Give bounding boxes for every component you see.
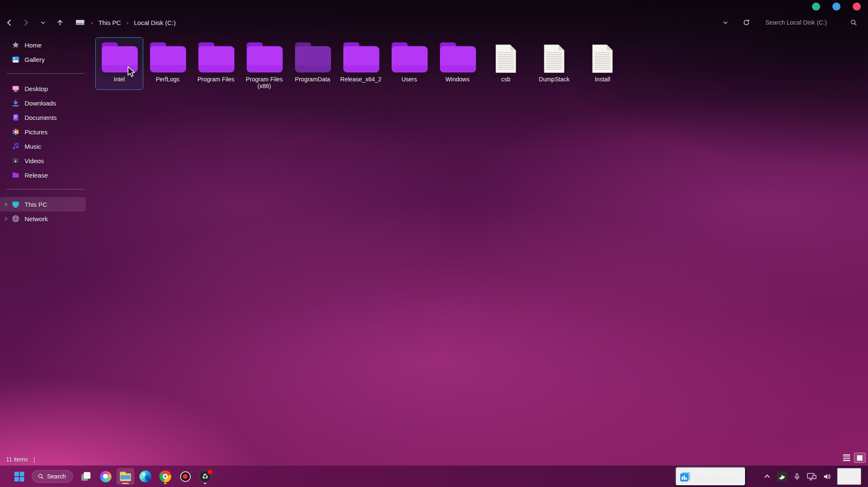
details-view-button[interactable] xyxy=(841,453,852,463)
sidebar-item-downloads[interactable]: Downloads xyxy=(0,96,86,110)
file-item-users[interactable]: Users xyxy=(385,37,433,90)
chrome-icon xyxy=(159,470,171,482)
large-icons-view-button[interactable] xyxy=(854,453,865,463)
folder-small-icon xyxy=(12,171,20,179)
display-cast-icon xyxy=(807,473,817,481)
system-tray xyxy=(764,471,831,481)
widget-subtitle: Social Security la... xyxy=(695,476,742,483)
file-item-dumpstack[interactable]: DumpStack xyxy=(530,37,578,90)
speaker-icon xyxy=(823,473,831,480)
display-cast-tray-button[interactable] xyxy=(807,473,817,481)
file-item-label: Users xyxy=(387,76,431,83)
chevron-down-icon xyxy=(723,20,728,25)
taskbar-file-explorer-button[interactable] xyxy=(117,468,134,485)
file-icon xyxy=(542,40,566,74)
status-separator: | xyxy=(33,456,35,463)
copilot-icon xyxy=(100,471,111,482)
sidebar-item-gallery[interactable]: Gallery xyxy=(0,52,86,67)
taskbar-search[interactable]: Search xyxy=(32,470,73,483)
sidebar-item-home[interactable]: Home xyxy=(0,38,86,52)
file-item-label: Install xyxy=(581,76,625,83)
search-icon xyxy=(38,473,44,479)
up-arrow-icon xyxy=(56,19,64,26)
folder-icon xyxy=(197,40,236,74)
search-input[interactable] xyxy=(765,19,850,26)
videos-icon xyxy=(12,157,20,164)
file-item-label: Program Files (x86) xyxy=(242,76,287,89)
file-item-install[interactable]: Install xyxy=(579,37,626,90)
chevron-right-icon[interactable] xyxy=(4,202,9,206)
file-item-program-files[interactable]: Program Files xyxy=(192,37,240,90)
file-item-label: Windows xyxy=(436,76,480,83)
breadcrumb-chevron-icon: › xyxy=(86,19,97,26)
view-toggles xyxy=(841,453,865,463)
sidebar-item-music[interactable]: Music xyxy=(0,139,86,153)
status-bar: 11 items | xyxy=(6,454,35,465)
breadcrumb: › This PC › Local Disk (C:) xyxy=(75,18,176,28)
sidebar-item-label: Home xyxy=(25,42,42,49)
sidebar-item-release[interactable]: Release xyxy=(0,168,86,182)
sidebar-item-label: Desktop xyxy=(25,85,48,92)
breadcrumb-this-pc[interactable]: This PC xyxy=(97,18,122,28)
window-control-blue[interactable] xyxy=(832,3,840,11)
forward-button[interactable] xyxy=(19,16,33,29)
refresh-button[interactable] xyxy=(739,16,754,29)
start-button[interactable] xyxy=(10,468,28,485)
search-icon xyxy=(850,19,857,26)
obs-recording-badge xyxy=(208,470,212,474)
recorder-icon xyxy=(180,471,191,482)
file-item-program-files-x86[interactable]: Program Files (x86) xyxy=(240,37,288,90)
sidebar-item-network[interactable]: Network xyxy=(0,211,86,226)
address-dropdown-button[interactable] xyxy=(718,16,732,29)
folder-icon xyxy=(293,40,332,74)
clock[interactable]: 8:30 PM 3/1/2025 xyxy=(837,468,861,484)
widgets-button[interactable]: Finance headline Social Security la... xyxy=(675,467,746,486)
taskbar-edge-button[interactable] xyxy=(136,468,154,485)
taskbar-chrome-button[interactable] xyxy=(156,468,174,485)
window-control-red[interactable] xyxy=(853,3,861,11)
file-item-csb[interactable]: csb xyxy=(482,37,530,90)
breadcrumb-local-disk[interactable]: Local Disk (C:) xyxy=(133,18,176,28)
file-item-label: DumpStack xyxy=(532,76,576,83)
sidebar-item-desktop[interactable]: Desktop xyxy=(0,81,86,96)
back-button[interactable] xyxy=(2,16,16,29)
file-item-label: Release_x64_2 xyxy=(339,76,383,83)
file-item-intel[interactable]: Intel xyxy=(95,37,143,90)
microphone-tray-button[interactable] xyxy=(793,473,801,480)
taskbar-recorder-button[interactable] xyxy=(176,468,194,485)
windows-logo-icon xyxy=(14,471,25,482)
file-item-perflogs[interactable]: PerfLogs xyxy=(144,37,192,90)
taskbar-copilot-button[interactable] xyxy=(97,468,114,485)
taskbar-obs-button[interactable] xyxy=(196,468,214,485)
running-indicator xyxy=(204,483,206,484)
sidebar-item-documents[interactable]: Documents xyxy=(0,110,86,125)
tray-overflow-button[interactable] xyxy=(764,473,771,480)
network-icon xyxy=(12,215,20,223)
large-icons-view-icon xyxy=(857,455,862,461)
up-button[interactable] xyxy=(53,16,67,29)
window-control-green[interactable] xyxy=(812,3,820,11)
recent-locations-button[interactable] xyxy=(36,16,50,29)
tray-app-button[interactable] xyxy=(777,471,787,481)
file-item-release-x64-2[interactable]: Release_x64_2 xyxy=(337,37,385,90)
details-view-icon xyxy=(843,454,850,461)
file-item-windows[interactable]: Windows xyxy=(434,37,481,90)
file-item-programdata[interactable]: ProgramData xyxy=(289,37,337,90)
taskbar-task-view-button[interactable] xyxy=(77,468,95,485)
drive-icon xyxy=(75,19,85,26)
chevron-right-icon[interactable] xyxy=(4,217,9,221)
sidebar-item-label: Music xyxy=(25,143,41,150)
search-box[interactable] xyxy=(760,16,861,29)
back-icon xyxy=(6,19,13,26)
sidebar-item-pictures[interactable]: Pictures xyxy=(0,125,86,139)
volume-tray-button[interactable] xyxy=(823,473,831,480)
sidebar-item-this-pc[interactable]: This PC xyxy=(0,197,86,211)
sidebar-item-label: This PC xyxy=(25,201,47,208)
sidebar: HomeGalleryDesktopDownloadsDocumentsPict… xyxy=(0,36,91,226)
taskbar-search-label: Search xyxy=(47,473,66,480)
sidebar-item-videos[interactable]: Videos xyxy=(0,153,86,168)
sidebar-item-label: Downloads xyxy=(25,100,56,107)
breadcrumb-chevron-icon: › xyxy=(122,19,133,26)
folder-icon xyxy=(342,40,381,74)
file-item-label: Program Files xyxy=(194,76,238,83)
